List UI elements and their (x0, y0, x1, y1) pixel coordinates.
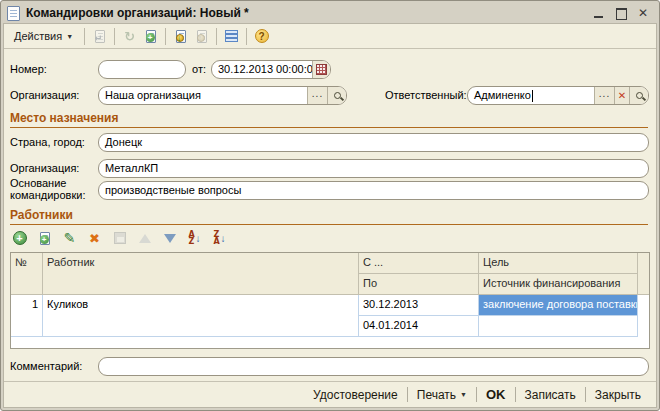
main-toolbar: Действия ▼ ↵ ↻ + ↓ ↑ (4, 24, 656, 49)
header-from: С ... (359, 253, 479, 274)
workers-table: № Работник С ... Цель По Источник финанс… (10, 252, 650, 349)
reason-value: производственые вопросы (99, 182, 648, 199)
actions-button[interactable]: Действия ▼ (8, 27, 79, 45)
copy-document-icon: + (146, 30, 156, 43)
responsible-open-button[interactable] (629, 87, 648, 104)
window-content: Действия ▼ ↵ ↻ + ↓ ↑ (3, 23, 657, 408)
unpost-document-button: ↑ (192, 27, 211, 45)
add-row-button[interactable]: + (10, 229, 29, 247)
print-button[interactable]: Печать▼ (408, 385, 476, 405)
cell-to[interactable]: 04.01.2014 (359, 316, 479, 337)
text-caret (532, 90, 533, 102)
cell-num[interactable]: 1 (11, 295, 43, 337)
toolbar-separator (165, 28, 166, 45)
responsible-clear-button[interactable]: ✕ (614, 87, 629, 104)
organization-label: Организация: (10, 89, 79, 101)
header-source: Источник финансирования (479, 274, 638, 295)
copy-document-button[interactable]: + (141, 27, 160, 45)
comment-input[interactable] (98, 357, 649, 376)
header-to: По (359, 274, 479, 295)
cell-goal[interactable]: заключение договора поставки (479, 295, 638, 316)
ok-button[interactable]: OK (477, 384, 515, 405)
refresh-icon: ↻ (124, 29, 135, 44)
form-body: Номер: от: 30.12.2013 00:00:00 Организац… (4, 49, 656, 407)
sort-asc-icon: AZ (188, 231, 194, 245)
calendar-button[interactable] (312, 61, 330, 78)
dest-organization-input[interactable]: МеталлКП (98, 159, 649, 178)
titlebar: Командировки организаций: Новый * ✕ (3, 3, 657, 23)
window-controls: ✕ (593, 7, 653, 19)
copy-row-button[interactable]: + (35, 229, 54, 247)
number-value (99, 61, 185, 78)
add-row-icon: + (13, 231, 27, 245)
move-up-icon (139, 234, 151, 243)
responsible-value: Админенко (468, 87, 594, 104)
minimize-icon[interactable] (593, 7, 605, 19)
structure-button[interactable] (222, 27, 241, 45)
post-document-button[interactable]: ↓ (171, 27, 190, 45)
unpost-document-icon: ↑ (197, 30, 207, 43)
lens-icon (636, 92, 643, 99)
country-city-input[interactable]: Донецк (98, 133, 649, 152)
end-edit-button (110, 229, 129, 247)
country-city-value: Донецк (99, 134, 648, 151)
footer-button-bar: Удостоверение Печать▼ OK Записать Закрыт… (4, 381, 656, 407)
destination-section-title: Место назначения (10, 111, 648, 128)
sort-desc-icon: ZA (213, 231, 219, 245)
organization-input[interactable]: Наша организация ... (98, 86, 347, 105)
dest-organization-value: МеталлКП (99, 160, 648, 177)
number-label: Номер: (10, 63, 47, 75)
toolbar-separator (246, 28, 247, 45)
delete-row-icon: ✖ (89, 232, 100, 245)
refresh-button: ↻ (120, 27, 139, 45)
move-down-button[interactable] (160, 229, 179, 247)
responsible-input[interactable]: Админенко ... ✕ (467, 86, 649, 105)
help-icon: ? (255, 29, 269, 43)
sort-asc-button[interactable]: AZ↓ (185, 229, 204, 247)
date-value: 30.12.2013 00:00:00 (212, 61, 312, 78)
chevron-down-icon: ▼ (460, 391, 467, 398)
close-icon[interactable]: ✕ (637, 7, 649, 19)
table-header: № Работник С ... Цель По Источник финанс… (11, 253, 649, 295)
header-goal: Цель (479, 253, 638, 274)
move-down-icon (164, 234, 176, 243)
end-edit-icon (114, 232, 126, 244)
dest-organization-label: Организация: (10, 162, 79, 174)
country-city-label: Страна, город: (10, 136, 85, 148)
maximize-icon[interactable] (615, 7, 627, 19)
delete-row-button[interactable]: ✖ (85, 229, 104, 247)
document-window: Командировки организаций: Новый * ✕ Дейс… (0, 0, 660, 411)
cell-source[interactable] (479, 316, 638, 337)
close-button[interactable]: Закрыть (586, 385, 650, 405)
date-label: от: (192, 63, 206, 75)
header-scroll-strip (638, 253, 649, 295)
edit-row-button[interactable]: ✎ (60, 229, 79, 247)
organization-value: Наша организация (99, 87, 307, 104)
toolbar-separator (114, 28, 115, 45)
structure-icon (225, 30, 238, 42)
save-button[interactable]: Записать (516, 385, 585, 405)
window-title: Командировки организаций: Новый * (26, 6, 587, 20)
comment-value (99, 358, 648, 375)
help-button[interactable]: ? (252, 27, 271, 45)
organization-open-button[interactable] (327, 87, 346, 104)
copy-row-icon: + (40, 232, 50, 245)
cell-from[interactable]: 30.12.2013 (359, 295, 479, 316)
reason-input[interactable]: производственые вопросы (98, 181, 649, 200)
table-toolbar: + + ✎ ✖ AZ↓ ZA↓ (10, 229, 229, 247)
toolbar-separator (216, 28, 217, 45)
date-input[interactable]: 30.12.2013 00:00:00 (211, 60, 331, 79)
responsible-select-button[interactable]: ... (594, 87, 614, 104)
table-row: 1 Куликов 30.12.2013 заключение договора… (11, 295, 649, 337)
number-input[interactable] (98, 60, 186, 79)
actions-label: Действия (14, 30, 62, 42)
organization-select-button[interactable]: ... (307, 87, 327, 104)
cell-worker[interactable]: Куликов (43, 295, 359, 337)
edit-row-icon: ✎ (64, 231, 76, 245)
header-num: № (11, 253, 43, 295)
reread-icon: ↵ (95, 30, 105, 43)
sort-desc-button[interactable]: ZA↓ (210, 229, 229, 247)
certificate-button[interactable]: Удостоверение (304, 385, 407, 405)
table-empty-area (11, 337, 649, 348)
calendar-icon (316, 64, 327, 75)
